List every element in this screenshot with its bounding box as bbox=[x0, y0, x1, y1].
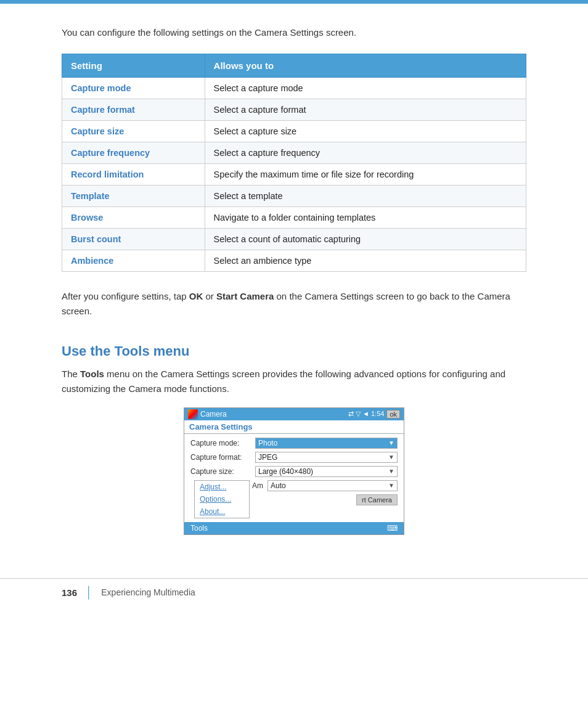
table-cell-setting-6: Browse bbox=[62, 206, 205, 228]
ambience-value: Auto bbox=[271, 481, 286, 490]
setting-link-0[interactable]: Capture mode bbox=[71, 83, 131, 93]
page-number: 136 bbox=[62, 587, 77, 598]
select-arrow-0: ▼ bbox=[388, 439, 394, 446]
tools-intro-after: menu on the Camera Settings screen provi… bbox=[62, 369, 505, 394]
phone-mockup: Camera ⇄ ▽ ◄ 1:54 ok Camera Settings Cap… bbox=[184, 407, 404, 535]
phone-tools-label[interactable]: Tools bbox=[190, 524, 208, 533]
ok-label: OK bbox=[189, 291, 203, 301]
start-camera-button[interactable]: rt Camera bbox=[356, 494, 398, 505]
table-cell-setting-4: Record limitation bbox=[62, 163, 205, 185]
tools-bold-label: Tools bbox=[80, 369, 104, 379]
setting-link-1[interactable]: Capture format bbox=[71, 105, 135, 115]
table-cell-desc-4: Specify the maximum time or file size fo… bbox=[205, 163, 526, 185]
form-select-1[interactable]: JPEG ▼ bbox=[255, 452, 398, 463]
table-cell-setting-7: Burst count bbox=[62, 228, 205, 250]
table-cell-setting-8: Ambience bbox=[62, 250, 205, 271]
dropdown-item-adjust[interactable]: Adjust... bbox=[195, 481, 249, 493]
setting-link-8[interactable]: Ambience bbox=[71, 256, 113, 266]
setting-link-4[interactable]: Record limitation bbox=[71, 170, 144, 179]
table-cell-setting-5: Template bbox=[62, 185, 205, 206]
phone-form-row-1: Capture format: JPEG ▼ bbox=[190, 452, 398, 463]
ambience-label: Am bbox=[252, 481, 267, 490]
table-cell-desc-2: Select a capture size bbox=[205, 120, 526, 142]
after-config-text-before: After you configure settins, tap bbox=[62, 291, 189, 301]
footer-separator: │ bbox=[86, 586, 92, 599]
table-header-allows: Allows you to bbox=[205, 54, 526, 77]
camera-settings-link[interactable]: Camera Settings bbox=[189, 422, 253, 431]
phone-mockup-wrapper: Camera ⇄ ▽ ◄ 1:54 ok Camera Settings Cap… bbox=[62, 407, 526, 535]
phone-dropdown-menu: Adjust... Options... About... bbox=[194, 480, 250, 518]
table-cell-desc-1: Select a capture format bbox=[205, 99, 526, 120]
phone-ambience-row: Am Auto ▼ bbox=[252, 480, 398, 491]
settings-table: Setting Allows you to Capture modeSelect… bbox=[62, 54, 526, 272]
table-row: Burst countSelect a count of automatic c… bbox=[62, 228, 526, 250]
setting-link-5[interactable]: Template bbox=[71, 191, 110, 201]
phone-app-name: Camera bbox=[200, 410, 227, 419]
setting-link-2[interactable]: Capture size bbox=[71, 126, 124, 136]
tools-intro-before: The bbox=[62, 369, 80, 379]
phone-title-bar: Camera ⇄ ▽ ◄ 1:54 ok bbox=[184, 408, 404, 420]
form-select-2[interactable]: Large (640×480) ▼ bbox=[255, 466, 398, 477]
ambience-and-dropdown: Adjust... Options... About... Am Auto ▼ bbox=[190, 480, 398, 518]
table-row: Capture sizeSelect a capture size bbox=[62, 120, 526, 142]
footer-section-label: Experiencing Multimedia bbox=[101, 587, 195, 597]
phone-ok-button[interactable]: ok bbox=[386, 410, 400, 419]
phone-form-row-2: Capture size: Large (640×480) ▼ bbox=[190, 466, 398, 477]
table-cell-setting-2: Capture size bbox=[62, 120, 205, 142]
table-cell-desc-0: Select a capture mode bbox=[205, 77, 526, 99]
phone-title-bar-left: Camera bbox=[188, 409, 227, 419]
table-cell-setting-0: Capture mode bbox=[62, 77, 205, 99]
phone-form-row-0: Capture mode: Photo ▼ bbox=[190, 438, 398, 449]
form-label-1: Capture format: bbox=[190, 453, 255, 462]
section-heading: Use the Tools menu bbox=[62, 343, 526, 359]
table-row: TemplateSelect a template bbox=[62, 185, 526, 206]
table-cell-desc-7: Select a count of automatic capturing bbox=[205, 228, 526, 250]
table-cell-desc-6: Navigate to a folder containing template… bbox=[205, 206, 526, 228]
after-config-paragraph: After you configure settins, tap OK or S… bbox=[62, 289, 526, 319]
table-cell-desc-5: Select a template bbox=[205, 185, 526, 206]
intro-paragraph: You can configure the following settings… bbox=[62, 26, 526, 40]
table-cell-setting-3: Capture frequency bbox=[62, 142, 205, 163]
ambience-select[interactable]: Auto ▼ bbox=[267, 480, 398, 491]
tools-intro-paragraph: The Tools menu on the Camera Settings sc… bbox=[62, 367, 526, 396]
table-header-setting: Setting bbox=[62, 54, 205, 77]
phone-bottom-bar: Tools ⌨ bbox=[184, 522, 404, 534]
setting-link-6[interactable]: Browse bbox=[71, 213, 103, 223]
table-row: Capture frequencySelect a capture freque… bbox=[62, 142, 526, 163]
table-row: Record limitationSpecify the maximum tim… bbox=[62, 163, 526, 185]
dropdown-item-options[interactable]: Options... bbox=[195, 493, 249, 505]
phone-cam-settings-bar: Camera Settings bbox=[184, 420, 404, 434]
phone-form: Capture mode: Photo ▼ Capture format: JP… bbox=[184, 434, 404, 522]
form-select-value-0: Photo bbox=[258, 439, 277, 447]
setting-link-7[interactable]: Burst count bbox=[71, 234, 121, 244]
app-icon bbox=[188, 409, 198, 419]
setting-link-3[interactable]: Capture frequency bbox=[71, 148, 150, 158]
table-cell-setting-1: Capture format bbox=[62, 99, 205, 120]
form-select-value-1: JPEG bbox=[258, 453, 277, 462]
ambience-right-side: Am Auto ▼ rt Camera bbox=[250, 480, 398, 505]
form-select-0[interactable]: Photo ▼ bbox=[255, 438, 398, 449]
phone-status-icons: ⇄ ▽ ◄ 1:54 bbox=[348, 410, 384, 418]
table-cell-desc-8: Select an ambience type bbox=[205, 250, 526, 271]
select-arrow-1: ▼ bbox=[388, 454, 394, 460]
form-select-value-2: Large (640×480) bbox=[258, 467, 313, 476]
page-footer: 136 │ Experiencing Multimedia bbox=[0, 578, 588, 607]
keyboard-icon: ⌨ bbox=[387, 524, 398, 533]
phone-title-bar-right: ⇄ ▽ ◄ 1:54 ok bbox=[348, 410, 400, 419]
table-row: Capture formatSelect a capture format bbox=[62, 99, 526, 120]
select-arrow-2: ▼ bbox=[388, 468, 394, 475]
table-cell-desc-3: Select a capture frequency bbox=[205, 142, 526, 163]
dropdown-item-about[interactable]: About... bbox=[195, 505, 249, 518]
form-label-2: Capture size: bbox=[190, 467, 255, 476]
table-row: AmbienceSelect an ambience type bbox=[62, 250, 526, 271]
start-camera-btn-wrapper: rt Camera bbox=[252, 494, 398, 505]
table-row: Capture modeSelect a capture mode bbox=[62, 77, 526, 99]
start-camera-label: Start Camera bbox=[216, 291, 274, 301]
form-label-0: Capture mode: bbox=[190, 439, 255, 447]
table-row: BrowseNavigate to a folder containing te… bbox=[62, 206, 526, 228]
ambience-arrow: ▼ bbox=[388, 482, 394, 489]
after-config-text-middle: or bbox=[203, 291, 216, 301]
